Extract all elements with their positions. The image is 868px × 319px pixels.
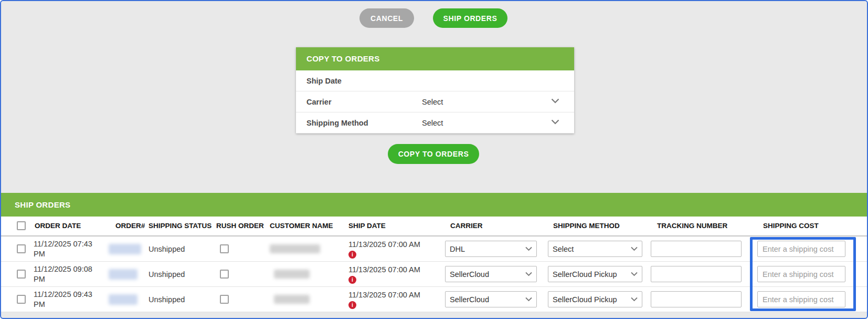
table-row: 11/12/2025 09:08 PM Unshipped 11/13/2025… — [1, 262, 867, 287]
tracking-number-input[interactable] — [651, 291, 742, 307]
ship-orders-section-header: SHIP ORDERS — [1, 193, 867, 217]
chevron-down-icon — [551, 98, 559, 104]
carrier-select[interactable]: DHL — [445, 241, 537, 257]
shipping-method-select[interactable]: SellerCloud Pickup — [548, 266, 642, 282]
customer-name-redacted — [270, 244, 320, 253]
carrier-field-row[interactable]: Carrier Select — [296, 91, 574, 112]
column-header-carrier: CARRIER — [450, 217, 483, 235]
column-header-order-number: ORDER# — [115, 217, 145, 235]
ship-orders-table: ORDER DATE ORDER# SHIPPING STATUS RUSH O… — [1, 217, 867, 312]
ship-date-cell: 11/13/2025 07:00 AM i — [348, 265, 440, 284]
rush-order-checkbox[interactable] — [220, 244, 229, 253]
shipping-method-select-control[interactable]: SellerCloud Pickup — [548, 291, 642, 307]
shipping-method-select-control[interactable]: SellerCloud Pickup — [548, 266, 642, 282]
ship-orders-page: CANCEL SHIP ORDERS COPY TO ORDERS Ship D… — [0, 0, 868, 319]
rush-order-checkbox[interactable] — [220, 295, 229, 304]
column-header-shipping-status: SHIPPING STATUS — [149, 217, 211, 235]
customer-name-redacted — [274, 270, 310, 279]
chevron-down-icon — [551, 119, 559, 125]
customer-name-redacted — [274, 295, 310, 304]
ship-date-cell: 11/13/2025 07:00 AM i — [348, 240, 440, 259]
shipping-method-select[interactable]: SellerCloud Pickup — [548, 291, 642, 307]
shipping-status-cell: Unshipped — [149, 287, 185, 312]
carrier-select-control[interactable]: SellerCloud — [445, 291, 537, 307]
tracking-number-input[interactable] — [651, 266, 742, 282]
copy-to-orders-panel: COPY TO ORDERS Ship Date Carrier Select … — [296, 47, 574, 133]
ship-orders-button[interactable]: SHIP ORDERS — [433, 8, 507, 28]
rush-order-checkbox[interactable] — [220, 270, 229, 279]
order-date-cell: 11/12/2025 09:08 PM — [34, 264, 102, 284]
column-header-shipping-cost: SHIPPING COST — [763, 217, 819, 235]
shipping-status-cell: Unshipped — [149, 262, 185, 287]
carrier-select[interactable]: SellerCloud — [445, 291, 537, 307]
table-row: 11/12/2025 07:43 PM Unshipped 11/13/2025… — [1, 236, 867, 262]
column-header-tracking-number: TRACKING NUMBER — [657, 217, 727, 235]
order-number-redacted — [109, 294, 137, 305]
ship-date-cell: 11/13/2025 07:00 AM i — [348, 290, 440, 309]
ship-date-value: 11/13/2025 07:00 AM — [348, 265, 420, 274]
info-icon[interactable]: i — [348, 301, 356, 309]
carrier-select[interactable]: SellerCloud — [445, 266, 537, 282]
cancel-button[interactable]: CANCEL — [359, 8, 414, 28]
select-all-checkbox[interactable] — [17, 221, 26, 230]
shipping-cost-input[interactable] — [757, 266, 845, 282]
row-select-checkbox[interactable] — [17, 270, 26, 279]
shipping-method-select[interactable]: Select — [548, 241, 642, 257]
shipping-method-select-value[interactable]: Select — [422, 112, 443, 133]
shipping-status-cell: Unshipped — [149, 236, 185, 262]
info-icon[interactable]: i — [348, 251, 356, 259]
ship-date-value: 11/13/2025 07:00 AM — [348, 291, 420, 299]
ship-orders-section-title: SHIP ORDERS — [15, 200, 70, 209]
carrier-select-control[interactable]: SellerCloud — [445, 266, 537, 282]
ship-date-value: 11/13/2025 07:00 AM — [348, 240, 420, 249]
shipping-method-label: Shipping Method — [306, 112, 368, 133]
column-header-order-date: ORDER DATE — [35, 217, 81, 235]
row-select-checkbox[interactable] — [17, 295, 26, 304]
carrier-select-value[interactable]: Select — [422, 91, 443, 112]
shipping-cost-input[interactable] — [757, 291, 845, 307]
shipping-cost-input[interactable] — [757, 241, 845, 257]
info-icon[interactable]: i — [348, 276, 356, 284]
column-header-shipping-method: SHIPPING METHOD — [553, 217, 620, 235]
shipping-method-select-control[interactable]: Select — [548, 241, 642, 257]
table-row: 11/12/2025 09:43 PM Unshipped 11/13/2025… — [1, 287, 867, 312]
order-date-cell: 11/12/2025 09:43 PM — [34, 290, 102, 310]
order-date-cell: 11/12/2025 07:43 PM — [34, 239, 102, 259]
copy-to-orders-button[interactable]: COPY TO ORDERS — [388, 144, 479, 164]
table-header-row: ORDER DATE ORDER# SHIPPING STATUS RUSH O… — [1, 217, 867, 236]
tracking-number-input[interactable] — [651, 241, 742, 257]
column-header-ship-date: SHIP DATE — [348, 217, 386, 235]
row-select-checkbox[interactable] — [17, 244, 26, 253]
carrier-label: Carrier — [306, 91, 332, 112]
order-number-redacted — [109, 269, 137, 280]
shipping-method-field-row[interactable]: Shipping Method Select — [296, 112, 574, 133]
column-header-rush-order: RUSH ORDER — [216, 217, 264, 235]
column-header-customer-name: CUSTOMER NAME — [270, 217, 333, 235]
ship-date-label: Ship Date — [306, 70, 342, 91]
ship-date-field-row[interactable]: Ship Date — [296, 70, 574, 91]
copy-to-orders-panel-title: COPY TO ORDERS — [296, 47, 574, 70]
order-number-redacted — [109, 244, 141, 254]
carrier-select-control[interactable]: DHL — [445, 241, 537, 257]
